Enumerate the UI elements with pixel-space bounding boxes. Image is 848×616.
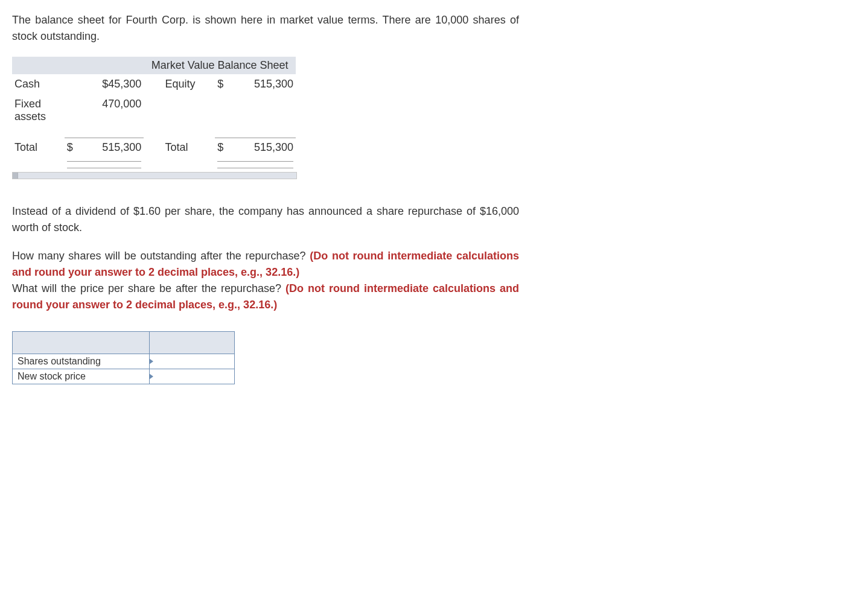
answer-header-right	[150, 332, 235, 354]
input-marker-icon	[149, 373, 153, 379]
total-right-value: 515,300	[254, 141, 293, 154]
questions-block: How many shares will be outstanding afte…	[12, 248, 519, 313]
answer-header-left	[13, 332, 150, 354]
equity-label: Equity	[162, 74, 215, 94]
shares-outstanding-input[interactable]	[150, 354, 234, 369]
scrollbar-thumb[interactable]	[13, 173, 18, 179]
equity-value: 515,300	[230, 74, 296, 94]
answer-table: Shares outstanding New stock price	[12, 331, 235, 384]
fixed-assets-value: 470,000	[65, 94, 144, 127]
input-marker-icon	[149, 358, 153, 364]
cash-label: Cash	[12, 74, 65, 94]
intro-text: The balance sheet for Fourth Corp. is sh…	[12, 12, 519, 45]
fixed-assets-label: Fixed assets	[12, 94, 65, 127]
total-left-value: 515,300	[102, 141, 141, 154]
balance-sheet-table: Market Value Balance Sheet Cash $45,300 …	[12, 57, 296, 168]
equity-dollar: $	[215, 74, 230, 94]
new-stock-price-input[interactable]	[150, 369, 234, 384]
paragraph-2: Instead of a dividend of $1.60 per share…	[12, 203, 519, 236]
total-right-label: Total	[162, 138, 215, 157]
horizontal-scrollbar[interactable]	[12, 172, 297, 179]
total-right-dollar: $	[217, 141, 223, 154]
total-left-label: Total	[12, 138, 65, 157]
new-stock-price-label: New stock price	[13, 369, 150, 384]
shares-outstanding-label: Shares outstanding	[13, 354, 150, 369]
cash-value: $45,300	[65, 74, 144, 94]
balance-title: Market Value Balance Sheet	[144, 57, 296, 74]
q2-text: What will the price per share be after t…	[12, 282, 285, 294]
total-left-dollar: $	[67, 141, 73, 154]
q1-text: How many shares will be outstanding afte…	[12, 250, 310, 262]
